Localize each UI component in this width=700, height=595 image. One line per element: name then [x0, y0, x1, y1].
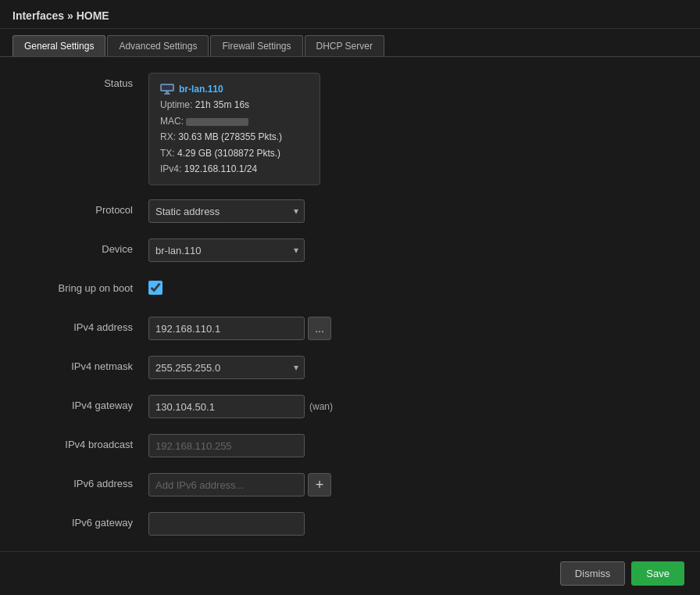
ipv4-gateway-row: IPv4 gateway (wan) [23, 395, 677, 420]
ipv4-broadcast-input[interactable] [148, 434, 305, 457]
ipv6-gateway-input[interactable] [148, 512, 305, 536]
ipv4-value: 192.168.110.1/24 [184, 163, 257, 174]
protocol-label: Protocol [23, 199, 148, 216]
protocol-control: Static address DHCP client PPPoE Unmanag… [148, 199, 508, 223]
ipv4-netmask-label: IPv4 netmask [23, 356, 148, 372]
device-label: Device [23, 238, 148, 255]
boot-label: Bring up on boot [23, 278, 148, 294]
ipv6-address-input[interactable] [148, 473, 305, 496]
boot-control [148, 278, 508, 295]
ipv4-label: IPv4: [160, 163, 181, 174]
ipv6-gateway-row: IPv6 gateway [23, 512, 677, 537]
device-row: Device br-lan.110 [23, 238, 677, 263]
footer: Dismiss Save [0, 551, 700, 595]
ipv6-gateway-label: IPv6 gateway [23, 512, 148, 529]
ipv4-address-dots-button[interactable]: ... [308, 317, 331, 340]
status-label: Status [23, 73, 148, 89]
form-content: Status br-lan.110 Uptime: 21h 35m 16s [0, 57, 700, 595]
status-row: Status br-lan.110 Uptime: 21h 35m 16s [23, 73, 677, 185]
ipv4-netmask-select[interactable]: 255.255.255.0 255.255.0.0 255.0.0.0 [148, 356, 305, 379]
ipv6-gateway-control [148, 512, 508, 536]
ipv4-address-label: IPv4 address [23, 317, 148, 333]
rx-label: RX: [160, 131, 176, 142]
uptime-label: Uptime: [160, 99, 192, 110]
boot-row: Bring up on boot [23, 278, 677, 303]
ipv4-broadcast-label: IPv4 broadcast [23, 434, 148, 450]
rx-value: 30.63 MB (278355 Pkts.) [178, 131, 282, 142]
tabs-bar: General Settings Advanced Settings Firew… [0, 29, 700, 57]
protocol-row: Protocol Static address DHCP client PPPo… [23, 199, 677, 224]
ipv4-netmask-control: 255.255.255.0 255.255.0.0 255.0.0.0 [148, 356, 508, 379]
tab-dhcp[interactable]: DHCP Server [305, 35, 384, 56]
page-header: Interfaces » HOME [0, 0, 700, 29]
svg-rect-1 [162, 85, 173, 90]
tab-general[interactable]: General Settings [12, 35, 105, 56]
ipv4-broadcast-row: IPv4 broadcast [23, 434, 677, 459]
ipv6-address-row: IPv6 address + [23, 473, 677, 498]
breadcrumb: Interfaces » HOME [12, 9, 109, 22]
status-device: br-lan.110 [179, 81, 223, 97]
ipv4-gateway-input[interactable] [148, 395, 305, 418]
mac-label: MAC: [160, 116, 184, 127]
mac-bar [186, 118, 248, 126]
protocol-select[interactable]: Static address DHCP client PPPoE Unmanag… [148, 199, 305, 223]
svg-rect-3 [164, 93, 170, 95]
device-select[interactable]: br-lan.110 [148, 238, 305, 262]
ipv4-gateway-control: (wan) [148, 395, 508, 418]
boot-checkbox[interactable] [148, 281, 162, 295]
network-icon [160, 84, 174, 95]
ipv4-address-input[interactable] [148, 317, 305, 340]
status-box: br-lan.110 Uptime: 21h 35m 16s MAC: RX: … [148, 73, 508, 185]
ipv6-address-control: + [148, 473, 508, 496]
dismiss-button[interactable]: Dismiss [560, 561, 626, 586]
ipv4-broadcast-control [148, 434, 508, 457]
uptime-value: 21h 35m 16s [195, 99, 249, 110]
ipv4-gateway-label: IPv4 gateway [23, 395, 148, 411]
ipv6-address-label: IPv6 address [23, 473, 148, 489]
ipv4-address-control: ... [148, 317, 508, 340]
ipv4-address-row: IPv4 address ... [23, 317, 677, 342]
tab-advanced[interactable]: Advanced Settings [107, 35, 209, 56]
tx-label: TX: [160, 148, 175, 159]
tab-firewall[interactable]: Firewall Settings [210, 35, 302, 56]
ipv4-netmask-row: IPv4 netmask 255.255.255.0 255.255.0.0 2… [23, 356, 677, 381]
ipv4-gateway-wan-hint: (wan) [309, 401, 333, 412]
tx-value: 4.29 GB (3108872 Pkts.) [177, 148, 280, 159]
ipv6-address-add-button[interactable]: + [308, 473, 331, 496]
device-control: br-lan.110 [148, 238, 508, 262]
save-button[interactable]: Save [631, 561, 684, 586]
